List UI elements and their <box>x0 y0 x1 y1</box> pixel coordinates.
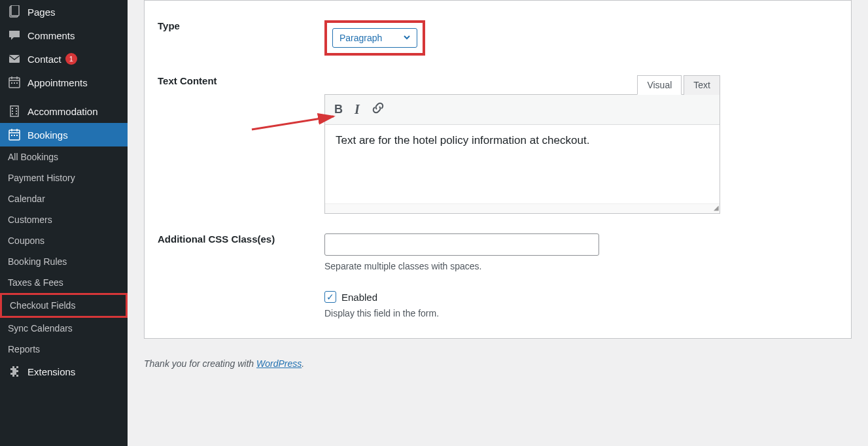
svg-rect-1 <box>11 5 19 16</box>
submenu-checkout-fields[interactable]: Checkout Fields <box>0 293 128 318</box>
enabled-row: ✓ Enabled Display this field in the form… <box>145 281 851 328</box>
type-select[interactable]: Paragraph <box>332 28 417 48</box>
svg-rect-9 <box>16 82 18 84</box>
menu-label: Appointments <box>27 77 88 88</box>
svg-rect-21 <box>11 135 12 136</box>
admin-sidebar: Pages Comments Contact 1 Appointments Ac… <box>0 0 128 446</box>
css-class-input[interactable] <box>324 233 599 256</box>
menu-label: Comments <box>27 30 75 41</box>
arrow-annotation <box>249 111 340 137</box>
submenu-customers[interactable]: Customers <box>0 209 128 230</box>
sidebar-item-extensions[interactable]: Extensions <box>0 360 128 383</box>
settings-panel: Type Paragraph Text Content Visual Text <box>144 0 852 339</box>
resize-handle[interactable]: ◢ <box>325 203 720 213</box>
menu-label: Accommodation <box>27 106 98 117</box>
submenu-all-bookings[interactable]: All Bookings <box>0 146 128 167</box>
footer-prefix: Thank you for creating with <box>144 358 256 369</box>
menu-label: Contact <box>27 54 61 65</box>
enabled-label: Enabled <box>341 292 377 303</box>
main-content: Type Paragraph Text Content Visual Text <box>128 0 868 446</box>
type-highlight-annotation: Paragraph <box>324 20 425 56</box>
wordpress-link[interactable]: WordPress <box>256 358 302 369</box>
sidebar-item-pages[interactable]: Pages <box>0 0 128 24</box>
text-editor: B I Text are for the hotel policy inform… <box>324 94 720 214</box>
svg-rect-23 <box>16 135 18 136</box>
tab-text[interactable]: Text <box>684 75 720 95</box>
notification-badge: 1 <box>65 53 77 65</box>
tab-visual[interactable]: Visual <box>637 75 682 95</box>
menu-label: Pages <box>27 7 56 18</box>
svg-rect-15 <box>12 113 13 114</box>
type-label: Type <box>145 20 324 56</box>
submenu-sync-calendars[interactable]: Sync Calendars <box>0 318 128 339</box>
submenu-booking-rules[interactable]: Booking Rules <box>0 251 128 272</box>
menu-label: Bookings <box>27 129 68 141</box>
svg-rect-2 <box>9 55 20 63</box>
sidebar-item-comments[interactable]: Comments <box>0 24 128 47</box>
pages-icon <box>8 5 21 18</box>
empty-label <box>145 291 324 318</box>
submenu-taxes-fees[interactable]: Taxes & Fees <box>0 272 128 293</box>
svg-rect-16 <box>16 113 17 114</box>
editor-toolbar: B I <box>325 95 720 125</box>
css-help-text: Separate multiple classes with spaces. <box>324 261 838 271</box>
comment-icon <box>8 29 21 42</box>
sidebar-item-accommodation[interactable]: Accommodation <box>0 99 128 123</box>
svg-rect-11 <box>12 108 13 109</box>
submenu-coupons[interactable]: Coupons <box>0 230 128 251</box>
svg-rect-22 <box>14 135 15 136</box>
svg-rect-13 <box>12 111 13 112</box>
svg-rect-8 <box>14 82 15 84</box>
type-row: Type Paragraph <box>145 10 851 65</box>
svg-line-24 <box>252 116 334 129</box>
css-label: Additional CSS Class(es) <box>145 233 324 271</box>
sidebar-item-contact[interactable]: Contact 1 <box>0 47 128 71</box>
calendar-icon <box>8 76 21 89</box>
svg-rect-10 <box>10 106 18 116</box>
italic-button[interactable]: I <box>355 102 360 117</box>
footer: Thank you for creating with WordPress. <box>144 358 852 369</box>
bookings-submenu: All Bookings Payment History Calendar Cu… <box>0 146 128 360</box>
select-value: Paragraph <box>339 33 382 43</box>
svg-rect-14 <box>16 111 17 112</box>
submenu-calendar[interactable]: Calendar <box>0 188 128 209</box>
submenu-payment-history[interactable]: Payment History <box>0 167 128 188</box>
enabled-checkbox[interactable]: ✓ <box>324 291 336 303</box>
calendar-icon <box>8 128 21 141</box>
text-content-label: Text Content <box>145 75 324 86</box>
editor-textarea[interactable]: Text are for the hotel policy informatio… <box>325 125 720 203</box>
mail-icon <box>8 52 21 65</box>
svg-rect-7 <box>11 82 12 84</box>
sidebar-item-appointments[interactable]: Appointments <box>0 71 128 94</box>
editor-tabs: Visual Text <box>324 75 720 95</box>
link-button[interactable] <box>372 101 385 118</box>
plugin-icon <box>8 365 21 378</box>
menu-label: Extensions <box>27 366 75 377</box>
svg-rect-12 <box>16 108 17 109</box>
text-content-row: Text Content Visual Text B I Text are fo… <box>145 65 851 224</box>
css-row: Additional CSS Class(es) Separate multip… <box>145 224 851 281</box>
chevron-down-icon <box>402 33 411 44</box>
building-icon <box>8 105 21 118</box>
enabled-help-text: Display this field in the form. <box>324 308 838 318</box>
footer-suffix: . <box>302 358 304 369</box>
sidebar-item-bookings[interactable]: Bookings <box>0 123 128 146</box>
submenu-reports[interactable]: Reports <box>0 339 128 360</box>
